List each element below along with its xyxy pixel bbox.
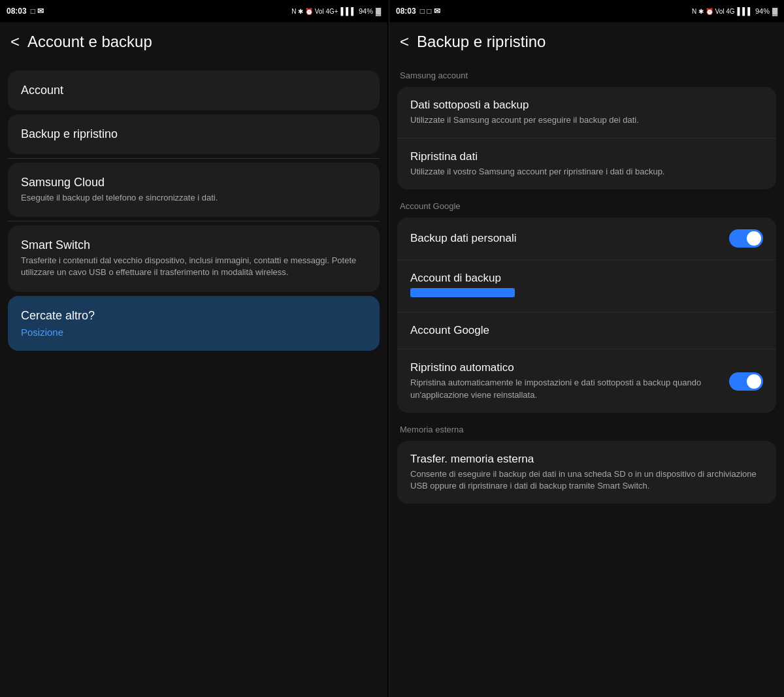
left-status-right: N ✱ ⏰ Vol 4G+ ▌▌▌ 94% ▓ <box>291 7 381 15</box>
account-google-card: Backup dati personali Account di backup … <box>397 218 776 412</box>
account-google-title: Account Google <box>410 324 763 337</box>
ripristino-row: Ripristino automatico Ripristina automat… <box>410 361 763 400</box>
samsung-cloud-subtitle: Eseguite il backup del telefono e sincro… <box>21 192 367 204</box>
ripristino-automatico-title: Ripristino automatico <box>410 361 721 374</box>
cercate-altro-title: Cercate altro? <box>21 309 367 323</box>
dati-sottoposti-subtitle: Utilizzate il Samsung account per esegui… <box>410 114 763 126</box>
right-signal-bars: ▌▌▌ <box>738 7 753 15</box>
menu-item-samsung-cloud[interactable]: Samsung Cloud Eseguite il backup del tel… <box>8 163 380 217</box>
account-google-label: Account Google <box>389 192 784 215</box>
ripristina-dati-title: Ripristina dati <box>410 150 763 163</box>
smart-switch-title: Smart Switch <box>21 238 367 252</box>
account-di-backup-item[interactable]: Account di backup <box>397 259 776 312</box>
right-panel: 08:03 □ □ ✉ N ✱ ⏰ Vol 4G ▌▌▌ 94% ▓ < Bac… <box>389 0 784 697</box>
menu-item-backup-ripristino[interactable]: Backup e ripristino <box>8 114 380 154</box>
left-battery: 94% <box>359 7 373 15</box>
dati-sottoposti-title: Dati sottoposti a backup <box>410 99 763 112</box>
ripristina-dati-item[interactable]: Ripristina dati Utilizzate il vostro Sam… <box>397 138 776 189</box>
left-status-icons: □ ✉ <box>31 7 44 16</box>
ripristino-toggle[interactable] <box>729 372 763 391</box>
left-divider-2 <box>8 221 380 221</box>
backup-dati-personali-item[interactable]: Backup dati personali <box>397 218 776 259</box>
left-content-area: Account Backup e ripristino Samsung Clou… <box>0 61 387 697</box>
samsung-cloud-title: Samsung Cloud <box>21 176 367 189</box>
right-time: 08:03 <box>396 7 416 16</box>
right-page-title: Backup e ripristino <box>417 33 546 51</box>
smart-switch-subtitle: Trasferite i contenuti dal vecchio dispo… <box>21 255 367 278</box>
right-battery: 94% <box>755 7 770 15</box>
left-top-bar: < Account e backup <box>0 22 387 61</box>
dati-sottoposti-item[interactable]: Dati sottoposti a backup Utilizzate il S… <box>397 87 776 138</box>
right-status-bar: 08:03 □ □ ✉ N ✱ ⏰ Vol 4G ▌▌▌ 94% ▓ <box>389 0 784 22</box>
right-content-area: Samsung account Dati sottoposti a backup… <box>389 61 784 697</box>
trasfer-memoria-item[interactable]: Trasfer. memoria esterna Consente di ese… <box>397 441 776 504</box>
menu-item-smart-switch[interactable]: Smart Switch Trasferite i contenuti dal … <box>8 225 380 291</box>
menu-item-account[interactable]: Account <box>8 71 380 110</box>
left-battery-icon: ▓ <box>376 7 381 15</box>
left-divider-1 <box>8 158 380 159</box>
left-status-time-area: 08:03 □ ✉ <box>7 7 44 16</box>
right-top-bar: < Backup e ripristino <box>389 22 784 61</box>
backup-ripristino-title: Backup e ripristino <box>21 127 367 141</box>
right-network-icons: N ✱ ⏰ Vol 4G <box>692 8 735 15</box>
memoria-esterna-card: Trasfer. memoria esterna Consente di ese… <box>397 441 776 504</box>
cercate-altro-card[interactable]: Cercate altro? Posizione <box>8 296 380 351</box>
left-page-title: Account e backup <box>27 33 152 51</box>
left-status-bar: 08:03 □ ✉ N ✱ ⏰ Vol 4G+ ▌▌▌ 94% ▓ <box>0 0 387 22</box>
account-di-backup-title: Account di backup <box>410 272 763 285</box>
samsung-account-card: Dati sottoposti a backup Utilizzate il S… <box>397 87 776 189</box>
left-back-button[interactable]: < <box>10 33 20 51</box>
account-google-item[interactable]: Account Google <box>397 312 776 349</box>
right-battery-icon: ▓ <box>772 7 777 15</box>
right-status-time-area: 08:03 □ □ ✉ <box>396 7 440 16</box>
left-time: 08:03 <box>7 7 27 16</box>
left-signal-bars: ▌▌▌ <box>341 7 356 15</box>
account-email-redacted <box>410 288 515 297</box>
backup-dati-title: Backup dati personali <box>410 232 517 245</box>
right-status-icons: □ □ ✉ <box>420 7 440 16</box>
ripristino-text-block: Ripristino automatico Ripristina automat… <box>410 361 729 400</box>
bottom-spacer <box>389 506 784 519</box>
trasfer-memoria-title: Trasfer. memoria esterna <box>410 453 763 466</box>
right-back-button[interactable]: < <box>400 33 409 51</box>
left-panel: 08:03 □ ✉ N ✱ ⏰ Vol 4G+ ▌▌▌ 94% ▓ < Acco… <box>0 0 387 697</box>
backup-dati-toggle[interactable] <box>729 229 763 248</box>
left-network-icons: N ✱ ⏰ Vol 4G+ <box>291 8 338 15</box>
samsung-account-label: Samsung account <box>389 61 784 84</box>
account-title: Account <box>21 84 367 97</box>
memoria-esterna-label: Memoria esterna <box>389 415 784 438</box>
right-status-right: N ✱ ⏰ Vol 4G ▌▌▌ 94% ▓ <box>692 7 777 15</box>
ripristina-dati-subtitle: Utilizzate il vostro Samsung account per… <box>410 166 763 178</box>
ripristino-automatico-item[interactable]: Ripristino automatico Ripristina automat… <box>397 349 776 412</box>
ripristino-automatico-subtitle: Ripristina automaticamente le impostazio… <box>410 377 721 400</box>
backup-dati-row: Backup dati personali <box>410 229 763 248</box>
trasfer-memoria-subtitle: Consente di eseguire il backup dei dati … <box>410 468 763 492</box>
posizione-link[interactable]: Posizione <box>21 327 367 338</box>
